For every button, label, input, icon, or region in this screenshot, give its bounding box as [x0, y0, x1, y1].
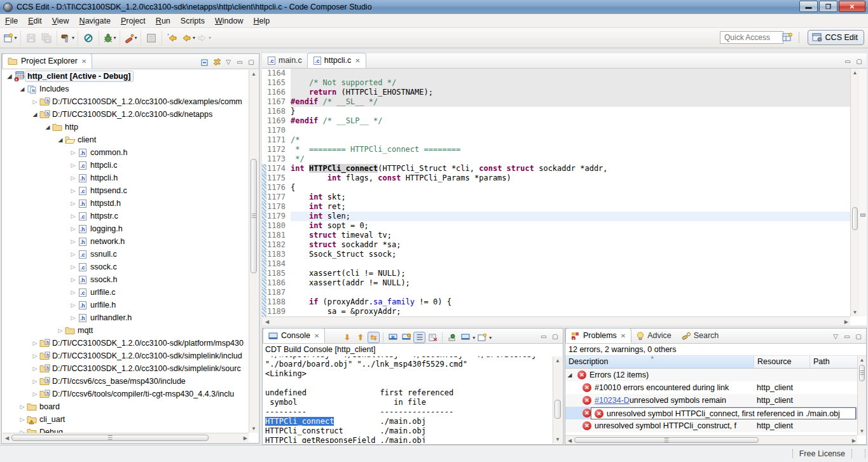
save-all-button[interactable] [39, 31, 53, 45]
expand-arrow-icon[interactable]: ▷ [31, 99, 39, 105]
next-error-icon[interactable]: ⬇ [341, 332, 353, 343]
code-line[interactable]: 1184 [262, 259, 850, 269]
column-header-description[interactable]: ▲ Description [565, 356, 754, 368]
code-line[interactable]: 1186 xassert(addr != NULL); [262, 278, 850, 288]
tree-item[interactable]: ▷hD:/TI/CC3100SDK_1.2.0/cc3100-sdk/simpl… [2, 362, 249, 375]
code-line[interactable]: 1178 int ret; [262, 202, 850, 212]
editor-tab-main.c[interactable]: .cmain.c [262, 53, 307, 68]
tab-console[interactable]: Console ✕ [263, 328, 325, 343]
console-vertical-scrollbar[interactable]: ▲ ▼ [553, 357, 562, 444]
show-console-on-error-icon[interactable] [400, 332, 412, 343]
code-line[interactable]: 1182 struct sockaddr *sa; [262, 240, 850, 250]
tree-item[interactable]: ◢hIncludes [2, 83, 249, 95]
code-line[interactable]: 1173 */ [262, 154, 850, 164]
tree-item[interactable]: ▷.chttpcli.c [2, 159, 249, 172]
expand-arrow-icon[interactable]: ▷ [31, 353, 39, 359]
code-line[interactable]: 1169#endif /* __SLP__ */ [262, 116, 850, 126]
tree-item[interactable]: ▷Debug [2, 426, 249, 433]
maximize-view-button[interactable]: ▢ [245, 57, 257, 67]
tree-item[interactable]: ◢hD:/TI/CC3100SDK_1.2.0/cc3100-sdk/netap… [2, 108, 249, 121]
tree-item[interactable]: ▷!cli_uart [2, 413, 249, 426]
close-icon[interactable]: ✕ [314, 332, 319, 339]
ccs-edit-perspective-button[interactable]: CCS Edit [808, 30, 864, 45]
tree-item[interactable]: ▷.cssock.c [2, 261, 249, 273]
code-line[interactable]: 1187 [262, 288, 850, 297]
tree-item[interactable]: ▷.hlogging.h [2, 222, 249, 235]
bug-button[interactable]: ▾ [102, 31, 116, 45]
minimize-view-button[interactable]: ▭ [841, 331, 853, 341]
menu-view[interactable]: View [47, 15, 74, 27]
tree-item[interactable]: ▷hD:/TI/CC3100SDK_1.2.0/cc3100-sdk/simpl… [2, 350, 249, 362]
chevron-down-icon[interactable]: ▾ [472, 335, 475, 341]
overview-ruler[interactable] [859, 69, 867, 316]
editor-vertical-scrollbar[interactable]: ▲ ▼ [850, 69, 859, 316]
last-edit-location-button[interactable]: * [165, 31, 179, 45]
view-menu-button[interactable]: ▽ [223, 57, 234, 67]
column-header-resource[interactable]: Resource [754, 356, 810, 368]
tree-item[interactable]: ◢http [2, 121, 249, 133]
problem-row[interactable]: ✕unresolved symbol HTTPCli_connect, firs… [565, 407, 857, 419]
code-line[interactable]: 1168} [262, 107, 850, 116]
collapse-all-button[interactable] [200, 57, 211, 67]
tree-item[interactable]: ◢client [2, 133, 249, 146]
expand-arrow-icon[interactable]: ▷ [69, 251, 77, 257]
code-line[interactable]: 1183 Ssock_Struct ssock; [262, 250, 850, 259]
pin-console-icon[interactable] [446, 332, 458, 343]
code-line[interactable]: 1175 int flags, const HTTPCli_Params *pa… [262, 173, 850, 183]
code-editor[interactable]: 11641165 /* Not supported */1166 return … [262, 69, 850, 316]
problems-vertical-scrollbar[interactable]: ▲ ☰ ▼ [857, 356, 866, 435]
code-line[interactable]: 1172 * ======== HTTPCli_connect ======== [262, 145, 850, 154]
minimize-view-button[interactable]: ▭ [842, 56, 853, 66]
quick-access-input[interactable] [720, 31, 783, 44]
expand-arrow-icon[interactable]: ▷ [69, 187, 77, 194]
expand-arrow-icon[interactable]: ▷ [18, 404, 26, 410]
clear-console-icon[interactable] [427, 332, 439, 343]
code-line[interactable]: 1170 [262, 126, 850, 135]
code-line[interactable]: 1164 [262, 69, 850, 78]
code-line[interactable]: 1174int HTTPCli_connect(HTTPCli_Struct *… [262, 164, 850, 173]
show-error-in-editor-icon[interactable]: ⇆ [368, 332, 380, 343]
console-output[interactable]: "./httpstr.obj" "./ssnull.obj" "./ssock.… [265, 357, 553, 443]
tab-project-explorer[interactable]: Project Explorer ✕ [2, 53, 92, 69]
tab-problems[interactable]: xProblems✕ [565, 328, 631, 343]
menu-run[interactable]: Run [151, 15, 176, 27]
tree-item[interactable]: ▷.hurlfile.h [2, 299, 249, 311]
code-line[interactable]: 1177 int skt; [262, 193, 850, 202]
editor-horizontal-scrollbar[interactable]: ◀ ▶ [262, 316, 850, 325]
expand-arrow-icon[interactable]: ▷ [69, 276, 77, 283]
tree-item[interactable]: ▷hD:/TI/ccsv6/ccs_base/msp430/include [2, 375, 249, 388]
tab-search[interactable]: Search [677, 328, 724, 343]
collapse-arrow-icon[interactable]: ◢ [6, 73, 13, 79]
expand-arrow-icon[interactable]: ▷ [18, 416, 26, 423]
expand-arrow-icon[interactable]: ▷ [69, 200, 77, 207]
explorer-vertical-scrollbar[interactable]: ▲ ☰ ▼ [249, 70, 258, 433]
maximize-view-button[interactable]: ▢ [853, 56, 865, 66]
tree-item[interactable]: ▷.hssock.h [2, 273, 249, 286]
tree-item[interactable]: ▷.cssnull.c [2, 248, 249, 261]
problem-row[interactable]: ✕#10010 errors encountered during linkht… [565, 381, 857, 394]
collapse-arrow-icon[interactable]: ◢ [18, 86, 26, 92]
maximize-view-button[interactable]: ▢ [853, 331, 864, 341]
minimize-view-button[interactable]: ▭ [538, 331, 549, 341]
tree-item[interactable]: ▷.hhttpcli.h [2, 172, 249, 184]
tree-item[interactable]: ▷.curlfile.c [2, 286, 249, 299]
build-button[interactable]: ▾ [60, 31, 74, 45]
close-icon[interactable]: ✕ [621, 332, 626, 339]
word-wrap-icon[interactable]: ☰ [413, 332, 425, 343]
save-button[interactable] [24, 31, 38, 45]
minimize-window-button[interactable]: ▬ [799, 1, 818, 12]
tree-item[interactable]: ◢CCSxhttp_client [Active - Debug] [2, 70, 249, 83]
tree-item[interactable]: ▷.chttpstr.c [2, 210, 249, 222]
tree-item[interactable]: ▷.hcommon.h [2, 146, 249, 159]
menu-window[interactable]: Window [210, 15, 248, 27]
link-with-editor-button[interactable] [211, 57, 223, 67]
expand-arrow-icon[interactable]: ▷ [31, 378, 39, 384]
minimize-view-button[interactable]: ▭ [234, 57, 245, 67]
tree-item[interactable]: ▷hD:/TI/CC3100SDK_1.2.0/cc3100-sdk/examp… [2, 95, 249, 108]
close-icon[interactable]: ✕ [355, 57, 360, 64]
close-window-button[interactable]: ✕ [839, 1, 865, 12]
maximize-view-button[interactable]: ▢ [549, 331, 561, 341]
editor-tab-httpcli.c[interactable]: .chttpcli.c✕ [307, 53, 366, 68]
collapse-arrow-icon[interactable]: ◢ [44, 124, 52, 130]
tree-item[interactable]: ▷.hurlhandler.h [2, 311, 249, 324]
